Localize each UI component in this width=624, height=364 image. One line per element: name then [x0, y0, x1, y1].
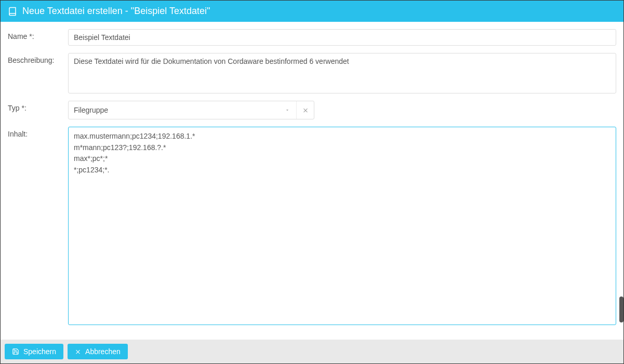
save-icon	[12, 348, 19, 355]
name-input[interactable]	[68, 29, 616, 46]
dialog-title: Neue Textdatei erstellen - "Beispiel Tex…	[22, 6, 210, 17]
cancel-button[interactable]: Abbrechen	[68, 344, 128, 359]
name-label: Name *:	[8, 29, 68, 46]
content-input[interactable]	[68, 127, 616, 325]
scrollbar-thumb[interactable]	[619, 296, 623, 322]
cancel-button-label: Abbrechen	[85, 347, 121, 356]
content-label: Inhalt:	[8, 127, 68, 325]
type-label: Typ *:	[8, 101, 68, 119]
caret-down-icon[interactable]	[278, 101, 296, 119]
close-icon	[75, 348, 81, 355]
type-select[interactable]: Filegruppe	[68, 101, 314, 119]
clear-icon[interactable]	[296, 101, 314, 119]
save-button-label: Speichern	[23, 347, 56, 356]
dialog-footer: Speichern Abbrechen	[1, 340, 623, 363]
save-button[interactable]: Speichern	[5, 344, 63, 359]
form-area: Name *: Beschreibung: Typ *: Filegruppe …	[1, 22, 623, 340]
book-icon	[8, 7, 17, 16]
type-select-value: Filegruppe	[69, 106, 278, 114]
description-label: Beschreibung:	[8, 53, 68, 93]
description-input[interactable]	[68, 53, 616, 93]
dialog-header: Neue Textdatei erstellen - "Beispiel Tex…	[1, 1, 623, 22]
